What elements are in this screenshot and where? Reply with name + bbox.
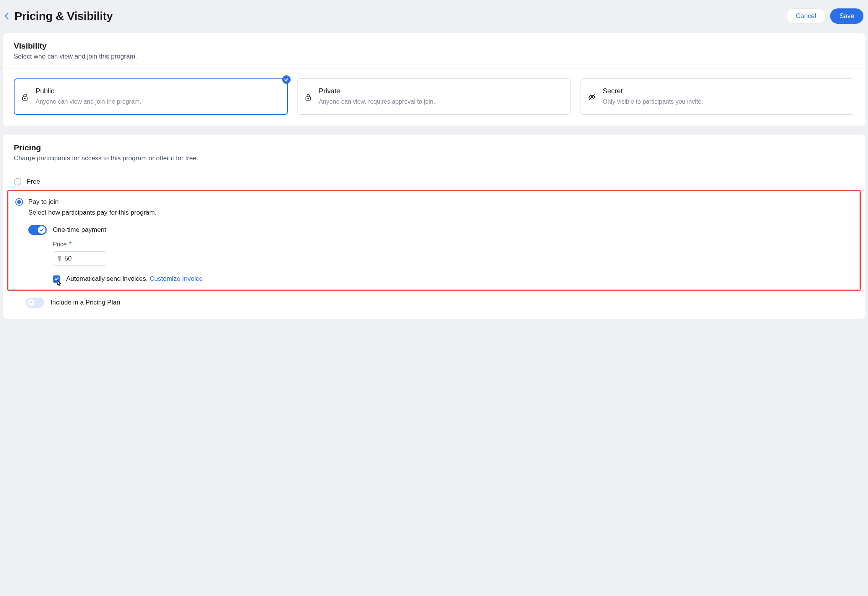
pricing-card: Pricing Charge participants for access t… (3, 135, 865, 319)
pricing-plan-label: Include in a Pricing Plan (50, 299, 120, 306)
visibility-subtitle: Select who can view and join this progra… (14, 53, 854, 60)
pricing-title: Pricing (14, 143, 854, 152)
visibility-option-secret[interactable]: Secret Only visible to participants you … (580, 78, 854, 115)
save-button[interactable]: Save (830, 8, 863, 24)
currency-symbol: $ (58, 255, 61, 262)
pricing-subtitle: Charge participants for access to this p… (14, 155, 854, 162)
visibility-card: Visibility Select who can view and join … (3, 33, 865, 126)
page-header: Pricing & Visibility Cancel Save (3, 3, 865, 33)
selected-checkmark-icon (282, 75, 291, 84)
highlight-annotation: Pay to join Select how participants pay … (7, 190, 861, 291)
svg-point-1 (24, 98, 25, 99)
option-private-title: Private (319, 87, 562, 95)
radio-free[interactable] (14, 178, 21, 186)
radio-pay[interactable] (15, 198, 23, 206)
option-public-desc: Anyone can view and join the program. (36, 98, 279, 106)
back-button[interactable] (5, 12, 9, 20)
auto-invoice-text: Automatically send invoices. Customize I… (66, 275, 203, 283)
chevron-left-icon (5, 12, 9, 20)
pay-subtitle: Select how participants pay for this pro… (28, 209, 853, 217)
pricing-plan-toggle[interactable] (26, 298, 44, 308)
price-label: Price (53, 241, 67, 248)
svg-point-3 (307, 98, 308, 99)
lock-icon (305, 93, 312, 103)
toggle-knob (38, 226, 46, 234)
one-time-payment-label: One-time payment (53, 226, 106, 234)
eye-off-icon (588, 93, 596, 103)
auto-invoice-label: Automatically send invoices. (66, 275, 148, 282)
option-secret-title: Secret (603, 87, 845, 95)
price-input[interactable] (64, 255, 95, 262)
visibility-option-public[interactable]: Public Anyone can view and join the prog… (14, 78, 288, 115)
option-public-title: Public (36, 87, 279, 95)
check-icon (54, 277, 59, 281)
option-private-desc: Anyone can view, requires approval to jo… (319, 98, 562, 106)
option-secret-desc: Only visible to participants you invite. (603, 98, 845, 106)
radio-pay-label: Pay to join (28, 198, 59, 206)
visibility-title: Visibility (14, 41, 854, 50)
pricing-option-pay[interactable]: Pay to join (15, 198, 853, 209)
required-indicator: * (69, 240, 72, 248)
unlock-icon (22, 93, 29, 103)
price-input-wrap[interactable]: $ (53, 251, 106, 266)
customize-invoice-link[interactable]: Customize Invoice (150, 275, 203, 282)
radio-free-label: Free (27, 178, 40, 186)
one-time-payment-toggle[interactable] (28, 225, 47, 235)
visibility-option-private[interactable]: Private Anyone can view, requires approv… (297, 78, 571, 115)
page-title: Pricing & Visibility (15, 10, 113, 23)
auto-invoice-checkbox[interactable] (53, 275, 60, 283)
toggle-knob (27, 299, 35, 306)
cancel-button[interactable]: Cancel (786, 8, 826, 24)
check-icon (39, 228, 44, 232)
pricing-option-free[interactable]: Free (3, 170, 865, 190)
